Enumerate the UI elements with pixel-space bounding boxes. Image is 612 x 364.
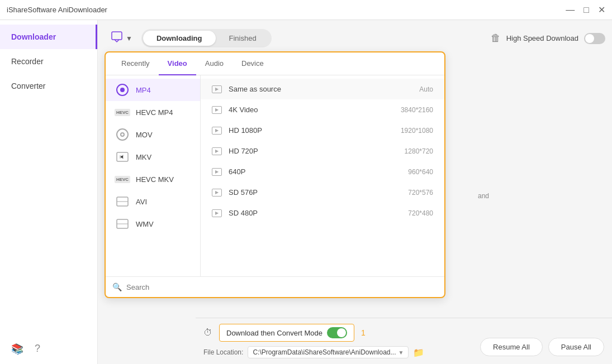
maximize-button[interactable]: □ [583,6,589,15]
sidebar-item-converter[interactable]: Converter [0,74,97,98]
format-panel: Recently Video Audio Device MP4 [105,51,445,298]
file-path-chevron: ▼ [398,349,404,356]
mov-icon [115,129,130,140]
book-icon[interactable]: 📚 [11,343,23,355]
pause-all-button[interactable]: Pause All [548,338,604,356]
format-tabs: Recently Video Audio Device [106,52,444,75]
quality-list: ▶ Same as source Auto ▶ 4K Video 3840*21… [201,75,444,276]
convert-mode-box: Download then Convert Mode [219,324,354,342]
quality-4k[interactable]: ▶ 4K Video 3840*2160 [201,99,444,120]
top-bar-left: ▼ Downloading Finished [105,27,272,50]
top-bar-right: 🗑 High Speed Download [491,32,605,44]
format-mov[interactable]: MOV [106,123,200,146]
minimize-button[interactable]: ― [566,6,575,15]
bottom-bar: ⏱ Download then Convert Mode 1 File Loca… [196,318,612,364]
format-avi[interactable]: AVI [106,190,200,213]
search-icon: 🔍 [112,282,122,291]
convert-number-label: 1 [361,328,366,337]
clock-icon: ⏱ [203,328,212,338]
hevc-mkv-icon: HEVC [115,174,130,185]
wmv-icon [115,218,130,229]
format-mkv[interactable]: MKV [106,146,200,168]
quality-576p-left: ▶ SD 576P [212,188,258,197]
resume-all-button[interactable]: Resume All [480,338,543,356]
quality-4k-left: ▶ 4K Video [212,106,258,114]
sidebar-item-recorder[interactable]: Recorder [0,49,97,74]
format-hevc-mp4[interactable]: HEVC HEVC MP4 [106,101,200,123]
high-speed-toggle[interactable] [584,33,605,44]
tab-video[interactable]: Video [159,52,196,75]
play-icon-720p: ▶ [212,147,222,155]
format-list: MP4 HEVC HEVC MP4 MOV [106,75,201,276]
bottom-buttons: Resume All Pause All [480,338,604,356]
svg-rect-0 [112,32,122,40]
format-panel-body: MP4 HEVC HEVC MP4 MOV [106,75,444,276]
quality-same-left: ▶ Same as source [212,85,281,93]
quality-720p-left: ▶ HD 720P [212,147,258,155]
and-label: and [478,192,489,200]
quality-480p-left: ▶ SD 480P [212,209,258,217]
play-icon-same: ▶ [212,85,222,93]
tab-recently[interactable]: Recently [112,52,159,75]
help-icon[interactable]: ? [35,343,40,355]
quality-640p-left: ▶ 640P [212,167,245,176]
avi-icon [115,196,130,207]
add-icon [110,30,124,46]
dropdown-arrow: ▼ [126,35,132,42]
play-icon-4k: ▶ [212,106,222,114]
tab-finished[interactable]: Finished [216,31,270,46]
play-icon-480p: ▶ [212,209,222,217]
window-controls: ― □ ✕ [566,6,605,15]
quality-1080p[interactable]: ▶ HD 1080P 1920*1080 [201,120,444,141]
sidebar-bottom: 📚 ? [0,343,98,355]
quality-1080p-left: ▶ HD 1080P [212,126,262,135]
play-icon-576p: ▶ [212,189,222,197]
play-icon-1080p: ▶ [212,127,222,135]
close-button[interactable]: ✕ [598,6,605,15]
play-icon-640p: ▶ [212,168,222,176]
quality-720p[interactable]: ▶ HD 720P 1280*720 [201,141,444,161]
hevc-mp4-icon: HEVC [115,107,130,118]
format-wmv[interactable]: WMV [106,213,200,235]
mp4-icon [115,84,130,95]
quality-same[interactable]: ▶ Same as source Auto [201,79,444,99]
tab-toggle: Downloading Finished [141,29,272,47]
sidebar-item-downloader[interactable]: Downloader [0,25,97,49]
app-body: Downloader Recorder Converter 📚 ? [0,20,612,364]
file-path[interactable]: C:\ProgramData\iShareSoftware\AniDownloa… [248,346,409,358]
quality-640p[interactable]: ▶ 640P 960*640 [201,161,444,182]
folder-icon[interactable]: 📁 [413,347,424,358]
convert-toggle[interactable] [327,327,347,338]
search-box: 🔍 [106,276,444,297]
tab-audio[interactable]: Audio [196,52,233,75]
convert-mode-label: Download then Convert Mode [226,329,322,337]
trash-icon[interactable]: 🗑 [491,32,501,44]
quality-480p[interactable]: ▶ SD 480P 720*480 [201,203,444,223]
main-content: ▼ Downloading Finished 🗑 High Speed Down… [98,20,612,364]
quality-576p[interactable]: ▶ SD 576P 720*576 [201,182,444,203]
file-location-label: File Location: [203,348,243,356]
speed-label: High Speed Download [506,34,578,42]
tab-downloading[interactable]: Downloading [143,31,216,46]
app-title: iShareSoftware AniDownloader [7,6,107,14]
top-bar: ▼ Downloading Finished 🗑 High Speed Down… [105,27,605,50]
search-input[interactable] [126,283,438,291]
mkv-icon [115,151,130,162]
tab-device[interactable]: Device [233,52,273,75]
sidebar: Downloader Recorder Converter 📚 ? [0,20,98,364]
format-hevc-mkv[interactable]: HEVC HEVC MKV [106,168,200,190]
title-bar: iShareSoftware AniDownloader ― □ ✕ [0,0,612,20]
add-button[interactable]: ▼ [105,27,138,50]
format-mp4[interactable]: MP4 [106,79,200,101]
